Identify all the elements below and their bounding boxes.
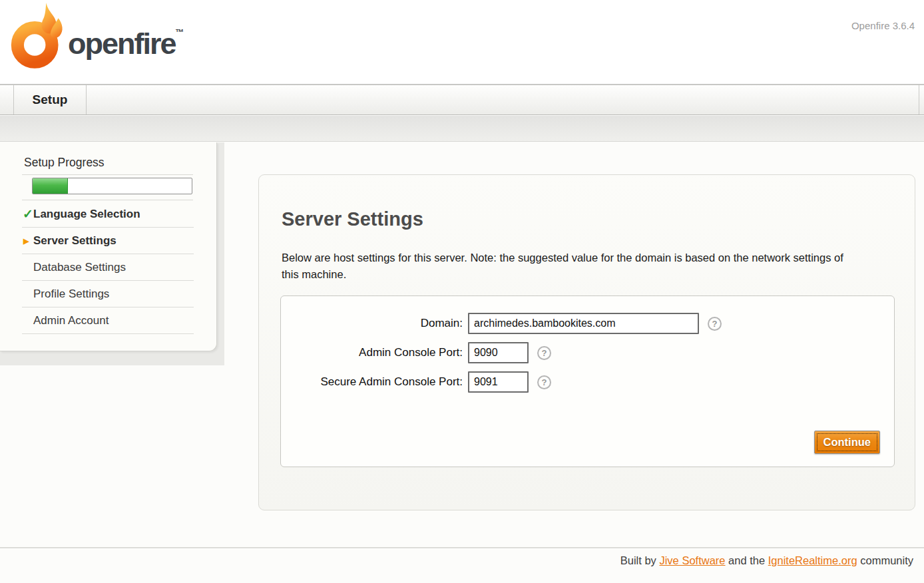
step-label: Profile Settings <box>33 288 109 301</box>
footer-divider <box>0 547 924 548</box>
divider <box>22 174 193 175</box>
server-settings-form: Domain: ? Admin Console Port: ? Secure A… <box>280 295 895 467</box>
igniterealtime-link[interactable]: IgniteRealtime.org <box>768 554 857 566</box>
step-label: Database Settings <box>33 261 126 274</box>
secure-admin-console-port-label: Secure Admin Console Port: <box>281 375 463 389</box>
divider <box>22 200 193 200</box>
main-content-panel: Server Settings Below are host settings … <box>258 174 915 510</box>
setup-progress-panel: Setup Progress ✓ Language Selection ▶ Se… <box>0 142 217 351</box>
form-row-domain: Domain: ? <box>281 313 894 334</box>
help-icon[interactable]: ? <box>708 317 722 331</box>
step-admin-account: Admin Account <box>22 307 194 334</box>
arrow-right-icon: ▶ <box>23 237 29 246</box>
step-label: Language Selection <box>33 208 140 221</box>
setup-steps-list: ✓ Language Selection ▶ Server Settings D… <box>22 201 194 334</box>
tab-bar: Setup <box>0 85 924 115</box>
step-label: Admin Account <box>33 314 109 327</box>
domain-label: Domain: <box>281 317 463 330</box>
secure-admin-console-port-input[interactable] <box>468 371 529 393</box>
check-icon: ✓ <box>23 206 33 222</box>
help-icon[interactable]: ? <box>537 375 551 389</box>
step-database-settings: Database Settings <box>22 254 194 281</box>
openfire-logo-icon <box>8 3 67 71</box>
setup-progress-fill <box>33 178 68 194</box>
page-description: Below are host settings for this server.… <box>282 250 853 283</box>
sub-navigation-bar <box>0 116 924 142</box>
step-language-selection: ✓ Language Selection <box>22 201 194 228</box>
jive-software-link[interactable]: Jive Software <box>659 554 725 566</box>
footer-text: and the <box>726 554 768 566</box>
openfire-setup-page: openfire™ Openfire 3.6.4 Setup Setup Pro… <box>0 0 924 583</box>
step-server-settings: ▶ Server Settings <box>22 228 194 254</box>
setup-progress-bar <box>32 178 192 194</box>
version-label: Openfire 3.6.4 <box>851 20 915 31</box>
continue-button[interactable]: Continue <box>814 431 881 454</box>
footer-text: Built by <box>620 554 660 566</box>
domain-input[interactable] <box>468 313 699 334</box>
admin-console-port-label: Admin Console Port: <box>281 346 463 359</box>
footer-credits: Built by Jive Software and the IgniteRea… <box>620 554 913 567</box>
trademark-symbol: ™ <box>176 27 184 37</box>
tab-separator <box>86 85 87 114</box>
step-profile-settings: Profile Settings <box>22 281 194 307</box>
admin-console-port-input[interactable] <box>468 342 529 363</box>
setup-progress-title: Setup Progress <box>24 156 105 170</box>
page-title: Server Settings <box>282 208 423 230</box>
footer-text: community <box>857 554 913 566</box>
form-row-admin-port: Admin Console Port: ? <box>281 342 894 363</box>
logo-wordmark: openfire™ <box>68 27 184 61</box>
header: openfire™ Openfire 3.6.4 <box>0 0 924 85</box>
step-label: Server Settings <box>33 234 116 248</box>
form-row-secure-port: Secure Admin Console Port: ? <box>281 371 894 393</box>
tab-setup[interactable]: Setup <box>14 85 86 114</box>
help-icon[interactable]: ? <box>537 346 551 360</box>
tab-separator <box>919 85 919 114</box>
